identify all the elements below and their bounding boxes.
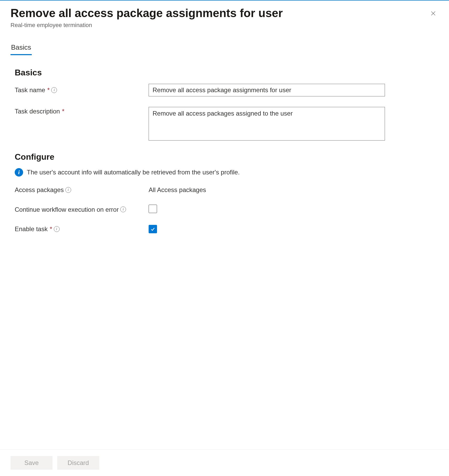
section-heading-basics: Basics (15, 68, 434, 77)
label-enable-task-text: Enable task (15, 225, 48, 234)
label-task-description-text: Task description (15, 107, 60, 116)
label-task-description: Task description * (15, 107, 149, 116)
panel-subtitle: Real-time employee termination (11, 22, 438, 29)
checkbox-continue-on-error[interactable] (149, 205, 157, 213)
required-star: * (47, 86, 50, 95)
label-continue-on-error: Continue workflow execution on error i (15, 205, 149, 214)
panel-footer: Save Discard (0, 449, 449, 476)
input-task-description[interactable] (149, 107, 385, 141)
discard-button[interactable]: Discard (57, 456, 99, 470)
info-icon[interactable]: i (65, 187, 71, 193)
tab-strip: Basics (0, 43, 449, 55)
input-task-name[interactable] (149, 84, 385, 96)
panel-header: Remove all access package assignments fo… (0, 1, 449, 29)
row-task-name: Task name * i (15, 84, 434, 96)
row-enable-task: Enable task * i (15, 225, 434, 234)
info-icon[interactable]: i (51, 87, 57, 93)
save-button[interactable]: Save (11, 456, 53, 470)
info-banner-text: The user's account info will automatical… (27, 169, 240, 176)
panel-content: Basics Task name * i Task description * … (0, 55, 449, 449)
row-task-description: Task description * (15, 107, 434, 142)
info-banner: i The user's account info will automatic… (15, 168, 434, 177)
label-enable-task: Enable task * i (15, 225, 149, 234)
panel-title: Remove all access package assignments fo… (11, 6, 438, 20)
label-task-name-text: Task name (15, 86, 45, 95)
close-button[interactable] (429, 9, 437, 18)
section-heading-configure: Configure (15, 152, 434, 162)
close-icon (430, 11, 436, 17)
value-access-packages: All Access packages (149, 186, 206, 193)
label-access-packages: Access packages i (15, 185, 149, 194)
label-continue-on-error-text: Continue workflow execution on error (15, 205, 119, 214)
checkbox-enable-task[interactable] (149, 225, 157, 233)
row-continue-on-error: Continue workflow execution on error i (15, 205, 434, 214)
label-access-packages-text: Access packages (15, 185, 64, 194)
info-icon[interactable]: i (120, 206, 126, 212)
tab-basics[interactable]: Basics (11, 43, 32, 55)
task-edit-panel: Remove all access package assignments fo… (0, 0, 449, 476)
label-task-name: Task name * i (15, 86, 149, 95)
info-icon[interactable]: i (54, 226, 60, 232)
row-access-packages: Access packages i All Access packages (15, 185, 434, 194)
required-star: * (62, 107, 64, 116)
required-star: * (50, 225, 52, 234)
info-icon: i (15, 168, 23, 177)
